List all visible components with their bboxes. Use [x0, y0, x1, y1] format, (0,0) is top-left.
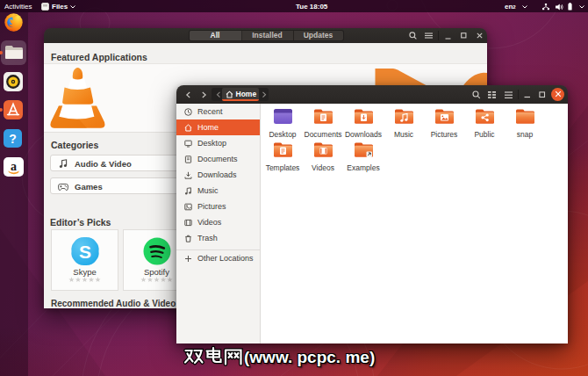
svg-text:?: ? [9, 132, 17, 146]
svg-text:S: S [79, 241, 91, 261]
svg-text:a: a [11, 160, 17, 173]
